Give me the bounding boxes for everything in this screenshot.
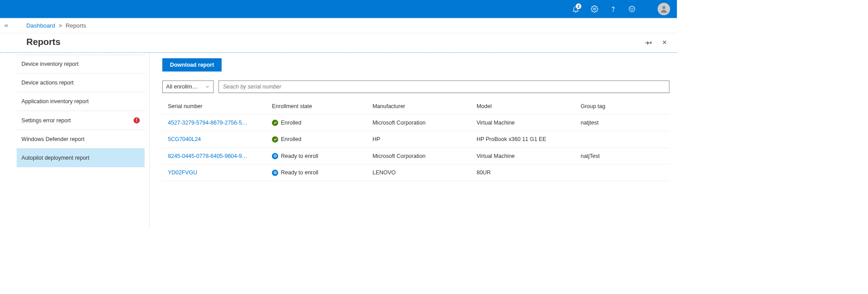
- breadcrumb-separator: >: [59, 22, 62, 29]
- state-text: Ready to enroll: [281, 153, 318, 159]
- table-row[interactable]: 8245-0445-0778-6405-9604-9… Ready to enr…: [162, 148, 669, 164]
- sidebar-item-label: Windows Defender report: [21, 136, 84, 142]
- sidebar-item-label: Device inventory report: [21, 61, 78, 67]
- sidebar-item-application-inventory[interactable]: Application inventory report: [16, 92, 145, 111]
- cell-model: Virtual Machine: [477, 120, 581, 126]
- col-header-serial[interactable]: Serial number: [168, 103, 272, 109]
- cell-serial-link[interactable]: YD02FVGU: [168, 169, 272, 176]
- pin-button[interactable]: [644, 37, 654, 47]
- autopilot-table: Serial number Enrollment state Manufactu…: [162, 98, 669, 181]
- reports-sidebar: Device inventory report Device actions r…: [12, 53, 150, 228]
- settings-button[interactable]: [587, 2, 601, 16]
- error-badge: !: [133, 117, 140, 123]
- title-row: Reports: [0, 33, 677, 53]
- smiley-icon: [628, 5, 636, 13]
- sidebar-item-device-actions[interactable]: Device actions report: [16, 73, 145, 92]
- col-header-state[interactable]: Enrollment state: [272, 103, 373, 109]
- col-header-group-tag[interactable]: Group tag: [581, 103, 664, 109]
- breadcrumb: Dashboard > Reports: [12, 22, 86, 29]
- sidebar-item-label: Settings error report: [21, 117, 71, 123]
- cell-manufacturer: Microsoft Corporation: [373, 153, 477, 159]
- cell-model: 80UR: [477, 169, 581, 176]
- cell-state: Ready to enroll: [272, 169, 373, 176]
- cell-model: HP ProBook x360 11 G1 EE: [477, 136, 581, 142]
- state-text: Ready to enroll: [281, 169, 318, 176]
- cell-state: Enrolled: [272, 136, 373, 142]
- subheader: Dashboard > Reports: [0, 18, 677, 33]
- close-icon: [661, 39, 667, 45]
- col-header-model[interactable]: Model: [477, 103, 581, 109]
- sidebar-item-label: Device actions report: [21, 80, 73, 86]
- breadcrumb-root-link[interactable]: Dashboard: [26, 22, 55, 29]
- main-panel: Download report All enrollm… Serial numb…: [150, 53, 677, 228]
- download-report-button[interactable]: Download report: [162, 58, 221, 72]
- collapse-nav-button[interactable]: [0, 18, 12, 33]
- svg-point-5: [663, 6, 666, 9]
- sidebar-item-label: Autopilot deployment report: [21, 154, 89, 161]
- user-avatar[interactable]: [658, 3, 670, 15]
- chevron-down-icon: [205, 85, 210, 89]
- cell-group-tag: natjTest: [581, 153, 664, 159]
- state-text: Enrolled: [281, 136, 301, 142]
- cell-serial-link[interactable]: 4527-3279-5794-8679-2756-5…: [168, 120, 272, 126]
- notifications-button[interactable]: 2: [569, 2, 583, 16]
- feedback-button[interactable]: [625, 2, 639, 16]
- svg-point-4: [633, 8, 633, 8]
- gear-icon: [591, 5, 598, 13]
- chevron-left-double-icon: [4, 23, 9, 28]
- table-header: Serial number Enrollment state Manufactu…: [162, 98, 669, 114]
- sidebar-item-settings-error[interactable]: Settings error report !: [16, 111, 145, 130]
- cell-serial-link[interactable]: 8245-0445-0778-6405-9604-9…: [168, 153, 272, 159]
- svg-point-3: [631, 8, 631, 8]
- exclamation-icon: !: [136, 117, 137, 123]
- serial-search-input[interactable]: [218, 81, 669, 93]
- state-text: Enrolled: [281, 120, 301, 126]
- dropdown-label: All enrollm…: [166, 84, 198, 90]
- topbar: 2: [0, 0, 677, 18]
- content: Device inventory report Device actions r…: [12, 53, 677, 228]
- table-row[interactable]: 4527-3279-5794-8679-2756-5… Enrolled Mic…: [162, 114, 669, 131]
- pin-icon: [645, 39, 652, 46]
- help-button[interactable]: [606, 2, 620, 16]
- clock-icon: [272, 169, 278, 176]
- cell-manufacturer: HP: [373, 136, 477, 142]
- enrollment-filter-dropdown[interactable]: All enrollm…: [162, 81, 213, 93]
- svg-point-0: [594, 8, 595, 10]
- checkmark-icon: [272, 120, 278, 126]
- svg-point-2: [629, 6, 635, 12]
- cell-manufacturer: Microsoft Corporation: [373, 120, 477, 126]
- cell-state: Ready to enroll: [272, 153, 373, 159]
- notification-badge: 2: [576, 4, 581, 9]
- sidebar-item-windows-defender[interactable]: Windows Defender report: [16, 130, 145, 149]
- svg-point-1: [613, 11, 613, 11]
- sidebar-item-device-inventory[interactable]: Device inventory report: [16, 55, 145, 73]
- cell-manufacturer: LENOVO: [373, 169, 477, 176]
- question-icon: [609, 5, 617, 13]
- table-row[interactable]: 5CG7040L24 Enrolled HP HP ProBook x360 1…: [162, 131, 669, 148]
- title-actions: [644, 37, 670, 47]
- breadcrumb-current: Reports: [66, 22, 86, 29]
- filter-row: All enrollm…: [162, 81, 669, 93]
- page-title: Reports: [26, 37, 60, 48]
- person-icon: [659, 4, 668, 13]
- close-button[interactable]: [660, 37, 670, 47]
- cell-state: Enrolled: [272, 120, 373, 126]
- cell-group-tag: natjtest: [581, 120, 664, 126]
- table-row[interactable]: YD02FVGU Ready to enroll LENOVO 80UR: [162, 165, 669, 181]
- checkmark-icon: [272, 136, 278, 142]
- cell-model: Virtual Machine: [477, 153, 581, 159]
- cell-serial-link[interactable]: 5CG7040L24: [168, 136, 272, 142]
- col-header-manufacturer[interactable]: Manufacturer: [373, 103, 477, 109]
- sidebar-item-autopilot-deployment[interactable]: Autopilot deployment report: [16, 149, 145, 167]
- clock-icon: [272, 153, 278, 159]
- sidebar-item-label: Application inventory report: [21, 98, 88, 105]
